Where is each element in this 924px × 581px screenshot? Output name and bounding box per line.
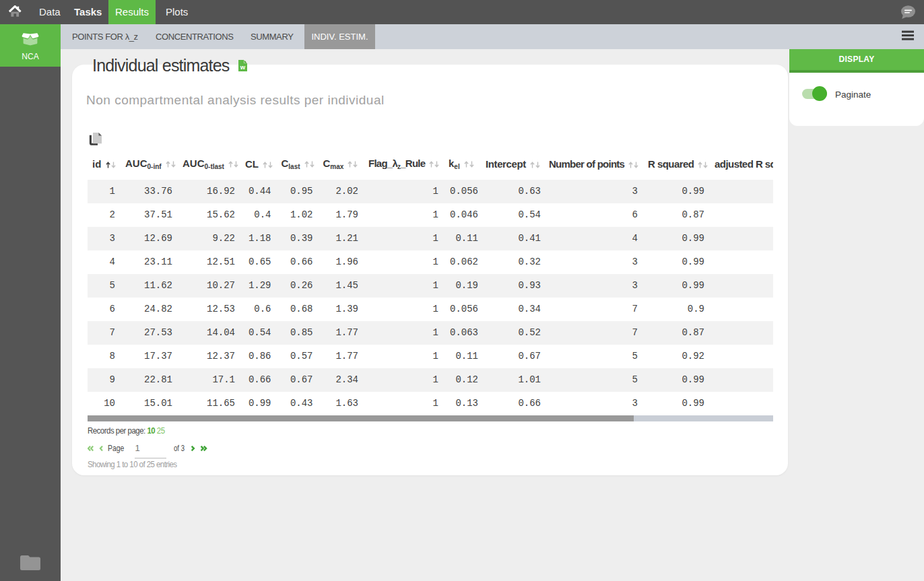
- svg-text:w: w: [240, 63, 246, 71]
